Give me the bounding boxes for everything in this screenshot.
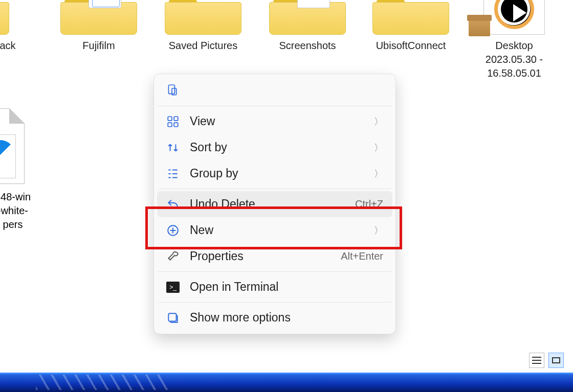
image-file-label: 648-win -white- pers [0, 190, 41, 232]
chevron-right-icon: 〉 [374, 224, 383, 237]
folder-label: UbisoftConnect [376, 39, 446, 53]
new-icon [166, 224, 180, 237]
menu-item-properties[interactable]: Properties Alt+Enter [157, 243, 392, 269]
menu-item-label: Open in Terminal [190, 280, 278, 294]
list-view-button[interactable] [529, 353, 544, 368]
properties-icon [166, 250, 180, 263]
menu-item-undo-delete[interactable]: Undo Delete Ctrl+Z [157, 191, 392, 217]
more-icon [166, 311, 180, 325]
separator [158, 302, 391, 303]
folder-icon [165, 0, 241, 35]
undo-icon [166, 198, 180, 211]
svg-rect-4 [168, 123, 172, 127]
folder-item[interactable]: Saved Pictures [160, 9, 247, 53]
desktop-area[interactable]: ack Fujifilm Saved Pictures Screenshots … [0, 0, 573, 372]
image-file-item[interactable] [0, 108, 25, 184]
menu-item-more[interactable]: Show more options [157, 305, 392, 331]
square-icon [552, 357, 560, 363]
view-toggle-group [529, 353, 564, 368]
menu-item-label: New [190, 223, 213, 237]
menu-item-view[interactable]: View 〉 [157, 108, 392, 134]
folder-icon [60, 0, 137, 35]
menu-item-sort[interactable]: Sort by 〉 [157, 134, 392, 160]
folder-item[interactable]: UbisoftConnect [367, 9, 454, 53]
menu-item-label: Show more options [190, 311, 291, 325]
shortcut-hint: Ctrl+Z [355, 198, 383, 210]
chevron-right-icon: 〉 [374, 168, 383, 180]
video-file-item[interactable]: Desktop 2023.05.30 - 16.58.05.01 [471, 9, 558, 80]
menu-item-terminal[interactable]: Open in Terminal [157, 274, 392, 300]
terminal-icon [166, 282, 180, 293]
svg-rect-2 [168, 117, 172, 121]
menu-item-label: View [190, 114, 215, 128]
sort-icon [166, 141, 180, 154]
menu-item-label: Properties [190, 249, 244, 263]
separator [158, 271, 391, 272]
details-view-button[interactable] [548, 353, 564, 368]
folder-label: Fujifilm [82, 39, 115, 53]
paste-icon[interactable] [165, 83, 179, 97]
play-icon [494, 0, 534, 29]
box-icon [469, 19, 490, 36]
folder-item[interactable]: ack [0, 9, 51, 53]
video-file-label: Desktop 2023.05.30 - 16.58.05.01 [471, 39, 558, 80]
menu-item-label: Undo Delete [190, 197, 255, 211]
taskbar[interactable] [0, 373, 573, 392]
folder-sheet [297, 0, 330, 8]
menu-item-label: Sort by [190, 141, 227, 154]
chevron-right-icon: 〉 [374, 116, 383, 128]
context-menu: View 〉 Sort by 〉 Group by 〉 Undo De [153, 74, 396, 334]
chevron-right-icon: 〉 [374, 142, 383, 154]
separator [158, 189, 391, 189]
folder-label: Screenshots [279, 39, 336, 53]
group-icon [166, 167, 180, 180]
folder-item[interactable]: Screenshots [264, 9, 351, 53]
menu-item-group[interactable]: Group by 〉 [157, 160, 392, 187]
folder-item[interactable]: Fujifilm [55, 9, 142, 53]
taskbar-decoration [36, 375, 169, 390]
dogear-icon [9, 108, 25, 124]
folder-label: Saved Pictures [169, 39, 238, 53]
separator [158, 106, 391, 106]
folder-icon [269, 0, 346, 35]
svg-rect-5 [174, 123, 178, 127]
hamburger-icon [532, 360, 541, 361]
folder-icon [372, 0, 449, 35]
view-icon [166, 115, 180, 128]
image-thumb [0, 134, 16, 178]
video-thumb [483, 0, 545, 35]
folder-icon [0, 0, 9, 35]
menu-item-new[interactable]: New 〉 [157, 217, 392, 243]
svg-rect-7 [168, 313, 176, 321]
folder-label: ack [0, 39, 16, 53]
folder-sheet [92, 0, 120, 7]
menu-item-label: Group by [190, 167, 238, 180]
shortcut-hint: Alt+Enter [341, 250, 383, 262]
context-menu-toolbar [157, 77, 392, 104]
svg-rect-3 [174, 117, 178, 121]
